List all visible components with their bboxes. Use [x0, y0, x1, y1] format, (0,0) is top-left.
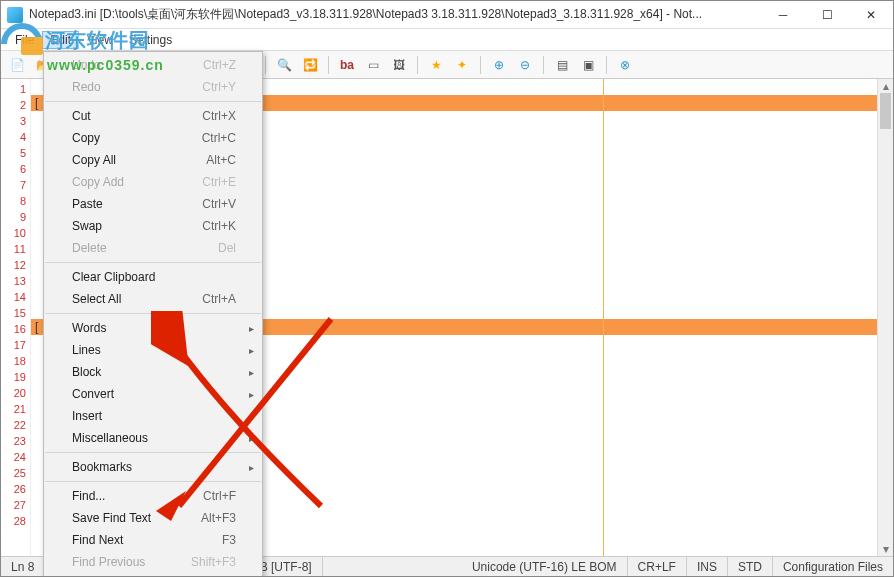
line-number: 12 — [1, 257, 26, 273]
tb-exit-icon[interactable]: ⊗ — [615, 55, 635, 75]
title-bar: Notepad3.ini [D:\tools\桌面\河东软件园\Notepad3… — [1, 1, 893, 29]
edit-dropdown: UndoCtrl+Z RedoCtrl+Y CutCtrl+X CopyCtrl… — [43, 51, 263, 577]
status-encoding[interactable]: Unicode (UTF-16) LE BOM — [462, 557, 628, 576]
scroll-up-icon[interactable]: ▴ — [878, 79, 893, 93]
toolbar-sep — [265, 56, 266, 74]
mi-copy-add[interactable]: Copy AddCtrl+E — [44, 171, 262, 193]
chevron-right-icon: ▸ — [249, 411, 254, 422]
app-icon — [7, 7, 23, 23]
mi-misc[interactable]: Miscellaneous▸ — [44, 427, 262, 449]
status-pos[interactable]: Ln 8 — [1, 557, 45, 576]
line-number: 15 — [1, 305, 26, 321]
tb-zoom-in-icon[interactable]: ⊕ — [489, 55, 509, 75]
line-number: 25 — [1, 465, 26, 481]
line-number: 28 — [1, 513, 26, 529]
tb-image-icon[interactable]: 🖼 — [389, 55, 409, 75]
chevron-right-icon: ▸ — [249, 433, 254, 444]
menu-sep — [45, 481, 261, 482]
long-line-marker — [603, 79, 604, 556]
mi-undo[interactable]: UndoCtrl+Z — [44, 54, 262, 76]
mi-copy[interactable]: CopyCtrl+C — [44, 127, 262, 149]
tb-wordwrap-icon[interactable]: ba — [337, 55, 357, 75]
tb-addfav-icon[interactable]: ✦ — [452, 55, 472, 75]
tb-screen-icon[interactable]: ▣ — [578, 55, 598, 75]
vertical-scrollbar[interactable]: ▴ ▾ — [877, 79, 893, 556]
line-number: 5 — [1, 145, 26, 161]
scroll-down-icon[interactable]: ▾ — [878, 542, 893, 556]
maximize-button[interactable]: ☐ — [805, 1, 849, 29]
mi-copy-all[interactable]: Copy AllAlt+C — [44, 149, 262, 171]
toolbar-sep — [543, 56, 544, 74]
chevron-right-icon: ▸ — [249, 462, 254, 473]
menu-bar: File Edit View Settings — [1, 29, 893, 51]
tb-zoom-out-icon[interactable]: ⊖ — [515, 55, 535, 75]
line-number: 2 — [1, 97, 26, 113]
tb-fav-icon[interactable]: ★ — [426, 55, 446, 75]
line-number: 24 — [1, 449, 26, 465]
minimize-button[interactable]: ─ — [761, 1, 805, 29]
mi-find[interactable]: Find...Ctrl+F — [44, 485, 262, 507]
menu-settings[interactable]: Settings — [121, 31, 180, 49]
menu-file[interactable]: File — [7, 31, 42, 49]
mi-cut[interactable]: CutCtrl+X — [44, 105, 262, 127]
mi-find-prev[interactable]: Find PreviousShift+F3 — [44, 551, 262, 573]
line-number: 27 — [1, 497, 26, 513]
line-number: 8 — [1, 193, 26, 209]
menu-view[interactable]: View — [79, 31, 121, 49]
menu-sep — [45, 452, 261, 453]
chevron-right-icon: ▸ — [249, 323, 254, 334]
mi-redo[interactable]: RedoCtrl+Y — [44, 76, 262, 98]
chevron-right-icon: ▸ — [249, 367, 254, 378]
mi-insert[interactable]: Insert▸ — [44, 405, 262, 427]
status-std[interactable]: STD — [728, 557, 773, 576]
toolbar-sep — [480, 56, 481, 74]
mi-find-next[interactable]: Find NextF3 — [44, 529, 262, 551]
line-number: 3 — [1, 113, 26, 129]
tb-replace-icon[interactable]: 🔁 — [300, 55, 320, 75]
line-number: 4 — [1, 129, 26, 145]
tb-find-icon[interactable]: 🔍 — [274, 55, 294, 75]
status-eol[interactable]: CR+LF — [628, 557, 687, 576]
line-number: 26 — [1, 481, 26, 497]
status-scheme[interactable]: Configuration Files — [773, 557, 893, 576]
tb-rect-icon[interactable]: ▭ — [363, 55, 383, 75]
menu-sep — [45, 262, 261, 263]
mi-save-find[interactable]: Save Find TextAlt+F3 — [44, 507, 262, 529]
mi-clear-clipboard[interactable]: Clear Clipboard — [44, 266, 262, 288]
toolbar-sep — [606, 56, 607, 74]
chevron-right-icon: ▸ — [249, 389, 254, 400]
mi-bookmarks[interactable]: Bookmarks▸ — [44, 456, 262, 478]
line-number: 17 — [1, 337, 26, 353]
line-number: 21 — [1, 401, 26, 417]
mi-words[interactable]: Words▸ — [44, 317, 262, 339]
line-number: 13 — [1, 273, 26, 289]
line-number: 16 — [1, 321, 26, 337]
mi-swap[interactable]: SwapCtrl+K — [44, 215, 262, 237]
toolbar-sep — [417, 56, 418, 74]
scroll-thumb[interactable] — [880, 93, 891, 129]
line-number: 6 — [1, 161, 26, 177]
line-number: 22 — [1, 417, 26, 433]
mi-paste[interactable]: PasteCtrl+V — [44, 193, 262, 215]
tb-scheme-icon[interactable]: ▤ — [552, 55, 572, 75]
line-number: 19 — [1, 369, 26, 385]
tb-new-icon[interactable]: 📄 — [7, 55, 27, 75]
toolbar-sep — [328, 56, 329, 74]
line-number: 11 — [1, 241, 26, 257]
status-ins[interactable]: INS — [687, 557, 728, 576]
line-number: 14 — [1, 289, 26, 305]
mi-lines[interactable]: Lines▸ — [44, 339, 262, 361]
line-number: 18 — [1, 353, 26, 369]
line-number: 9 — [1, 209, 26, 225]
line-number: 23 — [1, 433, 26, 449]
mi-select-all[interactable]: Select AllCtrl+A — [44, 288, 262, 310]
mi-delete[interactable]: DeleteDel — [44, 237, 262, 259]
line-number: 20 — [1, 385, 26, 401]
mi-replace[interactable]: ReplaceCtrl+H — [44, 573, 262, 577]
menu-sep — [45, 313, 261, 314]
mi-block[interactable]: Block▸ — [44, 361, 262, 383]
menu-edit[interactable]: Edit — [42, 31, 79, 49]
close-button[interactable]: ✕ — [849, 1, 893, 29]
line-number: 1 — [1, 81, 26, 97]
mi-convert[interactable]: Convert▸ — [44, 383, 262, 405]
